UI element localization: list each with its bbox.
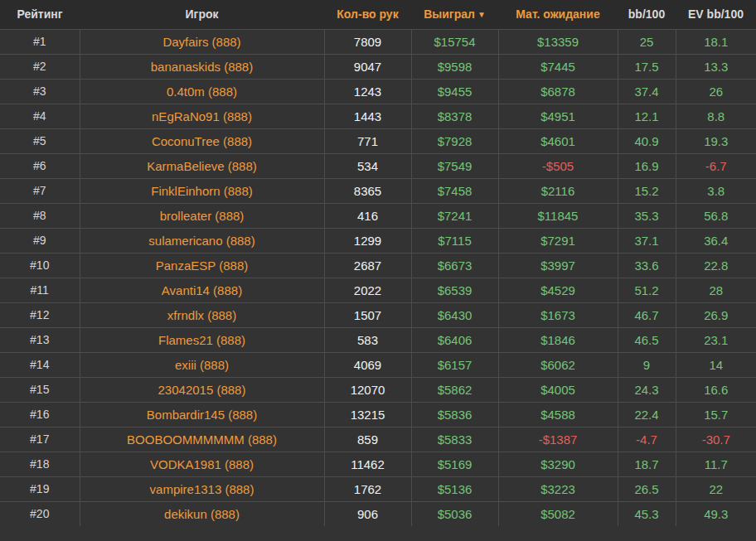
ev-money-cell: $1846 xyxy=(498,327,618,352)
player-cell[interactable]: exiii (888) xyxy=(80,352,324,377)
won-cell: $7458 xyxy=(411,178,498,203)
evbb100-cell: 3.8 xyxy=(676,178,756,203)
ev-money-cell: $11845 xyxy=(498,203,618,228)
player-cell[interactable]: Dayfairs (888) xyxy=(80,29,324,54)
ev-money-cell: $4588 xyxy=(498,402,618,427)
player-cell[interactable]: BOOBOOMMMMMM (888) xyxy=(80,427,324,452)
header-row: Рейтинг Игрок Кол-во рук Выиграл▼ Мат. о… xyxy=(0,0,756,29)
table-row: #14exiii (888)4069$6157$6062914 xyxy=(0,352,756,377)
leaderboard-body: #1Dayfairs (888)7809$15754$133592518.1#2… xyxy=(0,29,756,526)
player-cell[interactable]: bananaskids (888) xyxy=(80,54,324,79)
bb100-cell: 15.2 xyxy=(618,178,676,203)
bb100-cell: 9 xyxy=(618,352,676,377)
rank-cell: #5 xyxy=(0,128,80,153)
bb100-cell: 35.3 xyxy=(618,203,676,228)
column-header-hands[interactable]: Кол-во рук xyxy=(324,0,411,29)
won-cell: $6430 xyxy=(411,302,498,327)
player-cell[interactable]: nEgRaNo91 (888) xyxy=(80,104,324,128)
ev-money-cell: $2116 xyxy=(498,178,618,203)
player-cell[interactable]: 0.4t0m (888) xyxy=(80,79,324,104)
player-cell[interactable]: 23042015 (888) xyxy=(80,377,324,402)
player-cell[interactable]: dekikun (888) xyxy=(80,501,324,526)
table-row: #6KarmaBelieve (888)534$7549-$50516.9-6.… xyxy=(0,153,756,178)
evbb100-cell: 22 xyxy=(676,476,756,501)
evbb100-cell: 56.8 xyxy=(676,203,756,228)
ev-money-cell: -$1387 xyxy=(498,427,618,452)
column-header-ev-money[interactable]: Мат. ожидание xyxy=(498,0,618,29)
won-cell: $5833 xyxy=(411,427,498,452)
won-cell: $7928 xyxy=(411,128,498,153)
ev-money-cell: $7291 xyxy=(498,228,618,253)
evbb100-cell: 36.4 xyxy=(676,228,756,253)
player-cell[interactable]: brolleater (888) xyxy=(80,203,324,228)
evbb100-cell: 23.1 xyxy=(676,327,756,352)
player-cell[interactable]: VODKA1981 (888) xyxy=(80,452,324,476)
hands-cell: 906 xyxy=(324,501,411,526)
column-header-evbb100[interactable]: EV bb/100 xyxy=(676,0,756,29)
ev-money-cell: $6878 xyxy=(498,79,618,104)
player-cell[interactable]: FinklEinhorn (888) xyxy=(80,178,324,203)
sort-desc-icon: ▼ xyxy=(477,10,486,19)
ev-money-cell: $5082 xyxy=(498,501,618,526)
bb100-cell: 37.4 xyxy=(618,79,676,104)
evbb100-cell: 28 xyxy=(676,278,756,302)
rank-cell: #19 xyxy=(0,476,80,501)
hands-cell: 8365 xyxy=(324,178,411,203)
won-cell: $5862 xyxy=(411,377,498,402)
table-row: #1523042015 (888)12070$5862$400524.316.6 xyxy=(0,377,756,402)
bb100-cell: 46.7 xyxy=(618,302,676,327)
table-row: #4nEgRaNo91 (888)1443$8378$495112.18.8 xyxy=(0,104,756,128)
player-cell[interactable]: xfrndlx (888) xyxy=(80,302,324,327)
evbb100-cell: 18.1 xyxy=(676,29,756,54)
table-row: #12xfrndlx (888)1507$6430$167346.726.9 xyxy=(0,302,756,327)
ev-money-cell: $6062 xyxy=(498,352,618,377)
won-cell: $6673 xyxy=(411,253,498,278)
rank-cell: #11 xyxy=(0,278,80,302)
player-cell[interactable]: Bombardir145 (888) xyxy=(80,402,324,427)
table-row: #30.4t0m (888)1243$9455$687837.426 xyxy=(0,79,756,104)
ev-money-cell: $1673 xyxy=(498,302,618,327)
table-row: #5CoconuTree (888)771$7928$460140.919.3 xyxy=(0,128,756,153)
bb100-cell: 37.1 xyxy=(618,228,676,253)
evbb100-cell: -30.7 xyxy=(676,427,756,452)
player-cell[interactable]: sulamericano (888) xyxy=(80,228,324,253)
evbb100-cell: -6.7 xyxy=(676,153,756,178)
rank-cell: #6 xyxy=(0,153,80,178)
ev-money-cell: $3290 xyxy=(498,452,618,476)
rank-cell: #7 xyxy=(0,178,80,203)
table-row: #9sulamericano (888)1299$7115$729137.136… xyxy=(0,228,756,253)
ev-money-cell: $3223 xyxy=(498,476,618,501)
rank-cell: #18 xyxy=(0,452,80,476)
bb100-cell: 51.2 xyxy=(618,278,676,302)
hands-cell: 9047 xyxy=(324,54,411,79)
column-header-won[interactable]: Выиграл▼ xyxy=(411,0,498,29)
table-row: #1Dayfairs (888)7809$15754$133592518.1 xyxy=(0,29,756,54)
table-row: #19vampire1313 (888)1762$5136$322326.522 xyxy=(0,476,756,501)
bb100-cell: -4.7 xyxy=(618,427,676,452)
column-header-bb100[interactable]: bb/100 xyxy=(618,0,676,29)
rank-cell: #1 xyxy=(0,29,80,54)
rank-cell: #14 xyxy=(0,352,80,377)
column-header-player[interactable]: Игрок xyxy=(80,0,324,29)
rank-cell: #4 xyxy=(0,104,80,128)
rank-cell: #12 xyxy=(0,302,80,327)
evbb100-cell: 22.8 xyxy=(676,253,756,278)
table-row: #18VODKA1981 (888)11462$5169$329018.711.… xyxy=(0,452,756,476)
bb100-cell: 17.5 xyxy=(618,54,676,79)
hands-cell: 1507 xyxy=(324,302,411,327)
hands-cell: 416 xyxy=(324,203,411,228)
player-cell[interactable]: KarmaBelieve (888) xyxy=(80,153,324,178)
hands-cell: 1299 xyxy=(324,228,411,253)
ev-money-cell: $7445 xyxy=(498,54,618,79)
player-cell[interactable]: Avanti14 (888) xyxy=(80,278,324,302)
player-cell[interactable]: Flames21 (888) xyxy=(80,327,324,352)
player-cell[interactable]: vampire1313 (888) xyxy=(80,476,324,501)
table-row: #8brolleater (888)416$7241$1184535.356.8 xyxy=(0,203,756,228)
rank-cell: #9 xyxy=(0,228,80,253)
ev-money-cell: $4529 xyxy=(498,278,618,302)
column-header-rank[interactable]: Рейтинг xyxy=(0,0,80,29)
player-cell[interactable]: PanzaESP (888) xyxy=(80,253,324,278)
player-cell[interactable]: CoconuTree (888) xyxy=(80,128,324,153)
table-row: #17BOOBOOMMMMMM (888)859$5833-$1387-4.7-… xyxy=(0,427,756,452)
table-row: #20dekikun (888)906$5036$508245.349.3 xyxy=(0,501,756,526)
